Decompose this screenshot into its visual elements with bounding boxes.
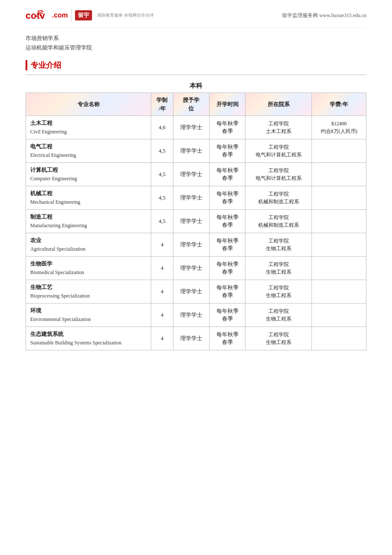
liuyu-badge: 留宇 — [75, 10, 92, 20]
cell-start: 每年秋季春季 — [209, 257, 245, 280]
main-table: 专业名称 学制/年 授予学位 开学时间 所在院系 学费/年 土木工程Civil … — [26, 92, 366, 350]
cell-department: 工程学院土木工程系 — [245, 116, 312, 139]
cell-major-name: 土木工程Civil Engineering — [26, 116, 151, 139]
cctv-logo-svg: cc tv — [26, 8, 51, 23]
cell-start: 每年秋季春季 — [209, 327, 245, 350]
cell-department: 工程学院生物工程系 — [245, 327, 312, 350]
cell-start: 每年秋季春季 — [209, 233, 245, 257]
svg-text:cc: cc — [26, 10, 36, 21]
cell-major-name: 生态建筑系统Sustainable Building Systems Speci… — [26, 327, 151, 350]
cell-department: 工程学院生物工程系 — [245, 257, 312, 280]
cell-start: 每年秋季春季 — [209, 163, 245, 186]
table-level-title: 本科 — [26, 82, 366, 90]
cell-department: 工程学院机械和制造工程系 — [245, 186, 312, 210]
cell-major-name: 计算机工程Computer Engineering — [26, 163, 151, 186]
table-row: 机械工程Mechanical Engineering4,5理学学士每年秋季春季工… — [26, 186, 366, 210]
cell-years: 4,5 — [151, 210, 173, 233]
section-header: 专业介绍 — [26, 60, 366, 75]
cell-start: 每年秋季春季 — [209, 210, 245, 233]
cell-years: 4,6 — [151, 116, 173, 139]
th-degree: 授予学位 — [173, 93, 209, 116]
logo-area: cc tv .com 留宇 国际教育服务·央视网合作伙伴 — [26, 8, 154, 23]
cell-years: 4,5 — [151, 186, 173, 210]
cell-start: 每年秋季春季 — [209, 304, 245, 327]
cell-start: 每年秋季春季 — [209, 139, 245, 163]
cell-degree: 理学学士 — [173, 233, 209, 257]
cell-major-name: 机械工程Mechanical Engineering — [26, 186, 151, 210]
cell-degree: 理学学士 — [173, 163, 209, 186]
cell-fee — [312, 280, 366, 304]
table-row: 制造工程Manufacturing Engineering4,5理学学士每年秋季… — [26, 210, 366, 233]
cell-fee — [312, 257, 366, 280]
th-start: 开学时间 — [209, 93, 245, 116]
cell-department: 工程学院生物工程系 — [245, 233, 312, 257]
th-years: 学制/年 — [151, 93, 173, 116]
meta-line2: 运动机能学和娱乐管理学院 — [26, 43, 366, 52]
cell-department: 工程学院机械和制造工程系 — [245, 210, 312, 233]
meta-info: 市场营销学系 运动机能学和娱乐管理学院 — [26, 34, 366, 52]
table-row: 生态建筑系统Sustainable Building Systems Speci… — [26, 327, 366, 350]
cell-major-name: 制造工程Manufacturing Engineering — [26, 210, 151, 233]
cell-start: 每年秋季春季 — [209, 116, 245, 139]
cell-major-name: 环境Environmental Specialization — [26, 304, 151, 327]
cell-major-name: 农业Agricultural Specialization — [26, 233, 151, 257]
svg-point-2 — [35, 15, 37, 17]
cell-years: 4 — [151, 257, 173, 280]
logo-divider — [71, 9, 72, 22]
cell-department: 工程学院电气和计算机工程系 — [245, 139, 312, 163]
header: cc tv .com 留宇 国际教育服务·央视网合作伙伴 留学监 — [26, 8, 366, 28]
table-row: 生物医学Biomedical Specialization4理学学士每年秋季春季… — [26, 257, 366, 280]
cell-degree: 理学学士 — [173, 280, 209, 304]
cctv-logo: cc tv .com 留宇 — [26, 8, 92, 23]
table-row: 计算机工程Computer Engineering4,5理学学士每年秋季春季工程… — [26, 163, 366, 186]
cell-fee — [312, 233, 366, 257]
cell-years: 4,5 — [151, 139, 173, 163]
cell-department: 工程学院电气和计算机工程系 — [245, 163, 312, 186]
th-fee: 学费/年 — [312, 93, 366, 116]
cell-years: 4 — [151, 280, 173, 304]
cell-fee — [312, 210, 366, 233]
table-row: 农业Agricultural Specialization4理学学士每年秋季春季… — [26, 233, 366, 257]
cell-degree: 理学学士 — [173, 257, 209, 280]
cell-degree: 理学学士 — [173, 139, 209, 163]
cell-degree: 理学学士 — [173, 116, 209, 139]
cell-major-name: 电气工程Electrical Engineering — [26, 139, 151, 163]
cell-years: 4,5 — [151, 163, 173, 186]
cell-fee: $12400约合8万(人民币) — [312, 116, 366, 139]
th-major-name: 专业名称 — [26, 93, 151, 116]
cell-degree: 理学学士 — [173, 327, 209, 350]
table-row: 电气工程Electrical Engineering4,5理学学士每年秋季春季工… — [26, 139, 366, 163]
table-row: 生物工艺Bioprocessing Specialization4理学学士每年秋… — [26, 280, 366, 304]
cell-fee — [312, 163, 366, 186]
cell-department: 工程学院生物工程系 — [245, 304, 312, 327]
table-header-row: 专业名称 学制/年 授予学位 开学时间 所在院系 学费/年 — [26, 93, 366, 116]
cell-fee — [312, 327, 366, 350]
svg-point-3 — [40, 14, 41, 16]
cell-years: 4 — [151, 233, 173, 257]
cell-start: 每年秋季春季 — [209, 280, 245, 304]
section-title: 专业介绍 — [26, 60, 366, 70]
cell-degree: 理学学士 — [173, 186, 209, 210]
cell-years: 4 — [151, 327, 173, 350]
th-department: 所在院系 — [245, 93, 312, 116]
cell-major-name: 生物工艺Bioprocessing Specialization — [26, 280, 151, 304]
table-row: 环境Environmental Specialization4理学学士每年秋季春… — [26, 304, 366, 327]
website-label: 留学监理服务网 www.liuxue315.edu.cn — [282, 12, 366, 19]
cell-fee — [312, 139, 366, 163]
page: cc tv .com 留宇 国际教育服务·央视网合作伙伴 留学监 — [0, 0, 392, 555]
cell-major-name: 生物医学Biomedical Specialization — [26, 257, 151, 280]
section-divider — [26, 75, 366, 75]
cell-department: 工程学院生物工程系 — [245, 280, 312, 304]
cell-start: 每年秋季春季 — [209, 186, 245, 210]
tagline-area: 国际教育服务·央视网合作伙伴 — [97, 12, 154, 18]
tagline: 国际教育服务·央视网合作伙伴 — [97, 12, 154, 18]
cell-fee — [312, 304, 366, 327]
table-row: 土木工程Civil Engineering4,6理学学士每年秋季春季工程学院土木… — [26, 116, 366, 139]
com-label: .com — [52, 12, 68, 19]
cell-degree: 理学学士 — [173, 210, 209, 233]
cell-fee — [312, 186, 366, 210]
meta-line1: 市场营销学系 — [26, 34, 366, 43]
cell-degree: 理学学士 — [173, 304, 209, 327]
cell-years: 4 — [151, 304, 173, 327]
